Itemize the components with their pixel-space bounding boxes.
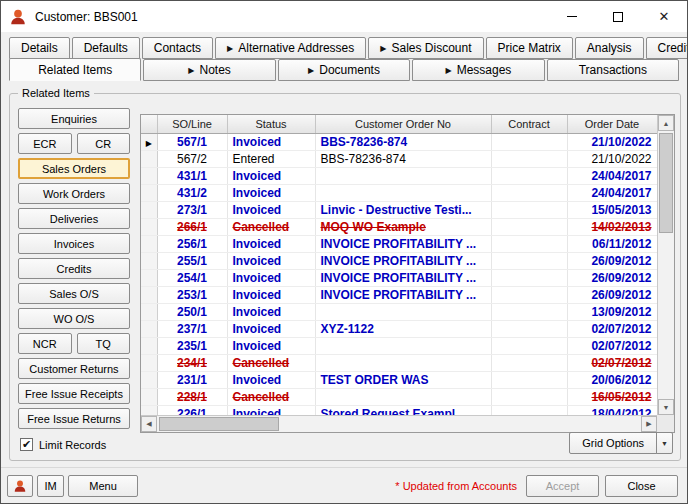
column-header-status[interactable]: Status (227, 115, 315, 133)
tab-credit-status[interactable]: Credit Status (646, 37, 688, 59)
tab-messages[interactable]: ▶Messages (412, 59, 544, 81)
tab-details[interactable]: Details (9, 37, 70, 59)
sidebar-button-ecr[interactable]: ECR (18, 133, 72, 154)
sidebar-button-tq[interactable]: TQ (77, 333, 131, 354)
cell-contract (491, 252, 567, 269)
row-selector-cell[interactable] (141, 405, 157, 415)
column-header-customer-order-no[interactable]: Customer Order No (315, 115, 491, 133)
grid-options-dropdown[interactable]: ▼ (656, 432, 673, 454)
im-button[interactable]: IM (37, 475, 64, 497)
sidebar-button-ncr[interactable]: NCR (18, 333, 72, 354)
tab-strip: DetailsDefaultsContacts▶Alternative Addr… (9, 37, 681, 81)
tab-transactions[interactable]: Transactions (547, 59, 679, 81)
row-selector-cell[interactable] (141, 354, 157, 371)
limit-records[interactable]: ✔ Limit Records (20, 438, 106, 451)
cell-date: 02/07/2012 (567, 354, 657, 371)
titlebar[interactable]: Customer: BBS001 ✕ (1, 1, 687, 32)
tab-documents[interactable]: ▶Documents (278, 59, 410, 81)
row-selector-cell[interactable] (141, 201, 157, 218)
scroll-down-button[interactable]: ▼ (658, 399, 674, 415)
grid-row[interactable]: 431/1Invoiced24/04/2017 (141, 167, 657, 184)
cell-date: 02/07/2012 (567, 337, 657, 354)
cell-date: 24/04/2017 (567, 184, 657, 201)
grid-row[interactable]: 266/1CancelledMOQ WO Example14/02/2013 (141, 218, 657, 235)
grid-options-label[interactable]: Grid Options (569, 432, 657, 454)
cell-status: Invoiced (227, 184, 315, 201)
sidebar-button-free-issue-returns[interactable]: Free Issue Returns (18, 408, 130, 429)
cell-so: 255/1 (157, 252, 227, 269)
grid-row[interactable]: 273/1InvoicedLinvic - Destructive Testi.… (141, 201, 657, 218)
row-selector-cell[interactable] (141, 167, 157, 184)
row-selector-cell[interactable] (141, 320, 157, 337)
vertical-scrollbar[interactable]: ▲ ▼ (657, 115, 674, 415)
row-selector-cell[interactable] (141, 150, 157, 167)
cell-so: 431/1 (157, 167, 227, 184)
scroll-up-button[interactable]: ▲ (658, 115, 674, 131)
grid-row[interactable]: 253/1InvoicedINVOICE PROFITABILITY ...26… (141, 286, 657, 303)
tab-contacts[interactable]: Contacts (142, 37, 213, 59)
grid-row[interactable]: 255/1InvoicedINVOICE PROFITABILITY ...26… (141, 252, 657, 269)
cell-so: 228/1 (157, 388, 227, 405)
row-selector-cell[interactable] (141, 252, 157, 269)
tab-price-matrix[interactable]: Price Matrix (486, 37, 573, 59)
scroll-right-button[interactable]: ▶ (641, 416, 657, 432)
tab-alternative-addresses[interactable]: ▶Alternative Addresses (215, 37, 366, 59)
horizontal-scrollbar-thumb[interactable] (159, 417, 279, 431)
sidebar-button-wo-o-s[interactable]: WO O/S (18, 308, 130, 329)
column-header-so-line[interactable]: SO/Line (157, 115, 227, 133)
grid-row[interactable]: 254/1InvoicedINVOICE PROFITABILITY ...26… (141, 269, 657, 286)
grid-row[interactable]: 235/1Invoiced02/07/2012 (141, 337, 657, 354)
sidebar-button-work-orders[interactable]: Work Orders (18, 183, 130, 204)
vertical-scrollbar-thumb[interactable] (659, 133, 673, 233)
tab-notes[interactable]: ▶Notes (143, 59, 275, 81)
grid-row[interactable]: 250/1Invoiced13/09/2012 (141, 303, 657, 320)
grid-row[interactable]: 231/1InvoicedTEST ORDER WAS20/06/2012 (141, 371, 657, 388)
column-header-contract[interactable]: Contract (491, 115, 567, 133)
row-selector-cell[interactable]: ▶ (141, 133, 157, 150)
grid-row[interactable]: 256/1InvoicedINVOICE PROFITABILITY ...06… (141, 235, 657, 252)
limit-records-checkbox[interactable]: ✔ (20, 438, 33, 451)
row-selector-cell[interactable] (141, 371, 157, 388)
row-selector-cell[interactable] (141, 235, 157, 252)
grid-options-button[interactable]: Grid Options ▼ (569, 432, 673, 454)
scroll-left-button[interactable]: ◀ (141, 416, 157, 432)
row-selector-cell[interactable] (141, 337, 157, 354)
grid-row[interactable]: 567/2EnteredBBS-78236-87421/10/2022 (141, 150, 657, 167)
row-selector-cell[interactable] (141, 218, 157, 235)
grid-row[interactable]: 226/1InvoicedStored Request Exampl...18/… (141, 405, 657, 415)
sidebar-button-sales-o-s[interactable]: Sales O/S (18, 283, 130, 304)
tab-defaults[interactable]: Defaults (72, 37, 140, 59)
accept-button[interactable]: Accept (526, 475, 599, 497)
row-selector-cell[interactable] (141, 184, 157, 201)
menu-button[interactable]: Menu (68, 475, 138, 497)
sidebar-button-customer-returns[interactable]: Customer Returns (18, 358, 130, 379)
sidebar-button-free-issue-receipts[interactable]: Free Issue Receipts (18, 383, 130, 404)
close-button[interactable]: ✕ (641, 1, 687, 32)
row-selector-cell[interactable] (141, 269, 157, 286)
grid-row[interactable]: 431/2Invoiced24/04/2017 (141, 184, 657, 201)
sidebar-button-sales-orders[interactable]: Sales Orders (18, 158, 130, 179)
grid-row[interactable]: ▶567/1InvoicedBBS-78236-87421/10/2022 (141, 133, 657, 150)
horizontal-scrollbar[interactable]: ◀ ▶ (141, 415, 657, 432)
grid-table: SO/LineStatusCustomer Order NoContractOr… (141, 115, 657, 415)
tab-analysis[interactable]: Analysis (575, 37, 644, 59)
grid-row[interactable]: 237/1InvoicedXYZ-112202/07/2012 (141, 320, 657, 337)
grid-row[interactable]: 228/1Cancelled16/05/2012 (141, 388, 657, 405)
row-selector-cell[interactable] (141, 286, 157, 303)
sidebar-button-credits[interactable]: Credits (18, 258, 130, 279)
column-header-order-date[interactable]: Order Date (567, 115, 657, 133)
sidebar-button-cr[interactable]: CR (77, 133, 131, 154)
row-selector-cell[interactable] (141, 303, 157, 320)
sidebar-button-deliveries[interactable]: Deliveries (18, 208, 130, 229)
app-shortcut-button[interactable] (7, 475, 33, 497)
maximize-button[interactable] (595, 1, 641, 32)
grid-row[interactable]: 234/1Cancelled02/07/2012 (141, 354, 657, 371)
cell-date: 24/04/2017 (567, 167, 657, 184)
sidebar-button-invoices[interactable]: Invoices (18, 233, 130, 254)
row-selector-cell[interactable] (141, 388, 157, 405)
tab-related-items[interactable]: Related Items (9, 58, 141, 81)
minimize-button[interactable] (549, 1, 595, 32)
sidebar-button-enquiries[interactable]: Enquiries (18, 108, 130, 129)
tab-sales-discount[interactable]: ▶Sales Discount (368, 37, 483, 59)
close-window-button[interactable]: Close (605, 475, 678, 497)
